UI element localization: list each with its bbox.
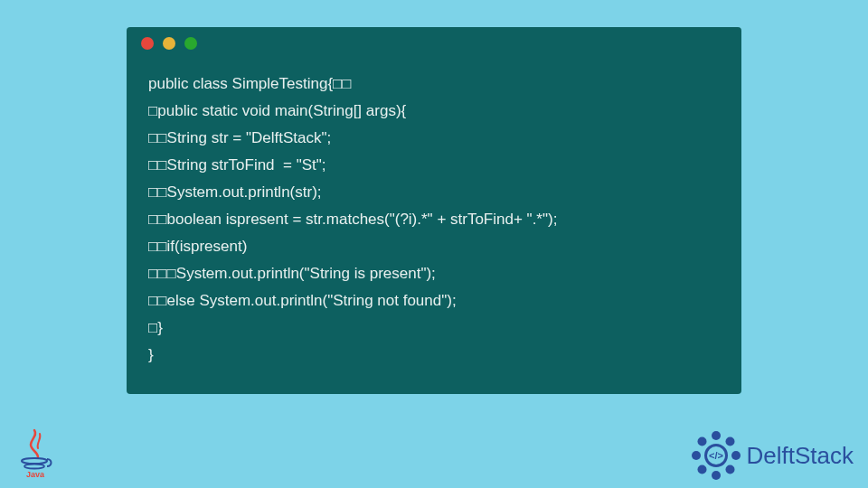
code-block: public class SimpleTesting{□□ □public st… <box>127 60 741 376</box>
window-titlebar <box>127 27 741 60</box>
java-label: Java <box>26 470 45 479</box>
brand-name: DelftStack <box>747 442 854 470</box>
svg-point-2 <box>712 431 721 440</box>
svg-point-5 <box>725 465 734 474</box>
code-window: public class SimpleTesting{□□ □public st… <box>127 27 741 394</box>
svg-text:</>: </> <box>709 450 723 461</box>
svg-point-3 <box>725 437 734 446</box>
close-icon[interactable] <box>141 37 154 50</box>
svg-point-6 <box>712 471 721 480</box>
delftstack-logo-icon: </> <box>691 430 741 481</box>
svg-point-9 <box>697 437 706 446</box>
svg-point-1 <box>24 465 44 469</box>
svg-point-8 <box>692 451 701 460</box>
java-logo-icon: Java <box>14 427 56 479</box>
minimize-icon[interactable] <box>163 37 175 50</box>
maximize-icon[interactable] <box>184 37 197 50</box>
delftstack-brand: </> DelftStack <box>691 430 854 481</box>
svg-point-4 <box>731 451 741 460</box>
svg-point-7 <box>697 465 706 474</box>
svg-point-0 <box>22 458 47 464</box>
